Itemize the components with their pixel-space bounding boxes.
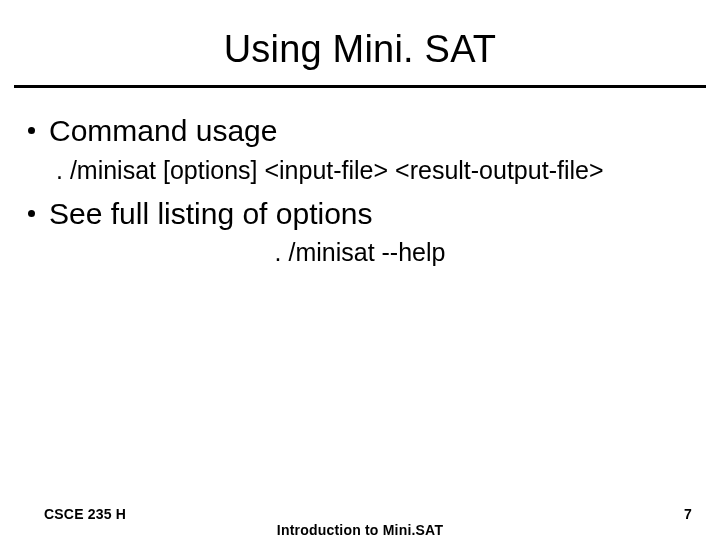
slide: Using Mini. SAT Command usage . /minisat… [0,0,720,540]
bullet-text: Command usage [49,112,277,150]
footer-page-number: 7 [684,506,692,522]
footer-title: Introduction to Mini.SAT [0,522,720,538]
command-help-line: . /minisat --help [24,238,696,267]
bullet-dot-icon [28,127,35,134]
command-usage-line: . /minisat [options] <input-file> <resul… [24,156,696,185]
slide-body: Command usage . /minisat [options] <inpu… [0,88,720,267]
footer-course: CSCE 235 H [44,506,126,522]
bullet-item: Command usage [24,112,696,150]
bullet-text: See full listing of options [49,195,373,233]
bullet-item: See full listing of options [24,195,696,233]
bullet-dot-icon [28,210,35,217]
slide-title: Using Mini. SAT [0,0,720,85]
